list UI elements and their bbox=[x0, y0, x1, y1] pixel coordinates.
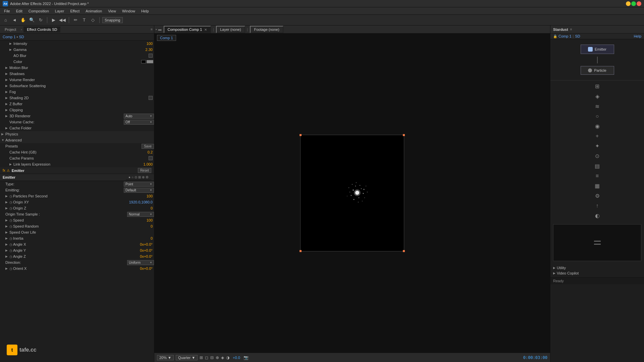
type-tool[interactable]: T bbox=[80, 16, 88, 24]
quality-level: Quarter bbox=[178, 356, 191, 360]
stardust-tool-12[interactable]: ⚙ bbox=[552, 191, 643, 200]
safe-zones[interactable]: ⊟ bbox=[210, 355, 214, 360]
hand-tool[interactable]: ✋ bbox=[19, 16, 27, 24]
shading-2d-checkbox[interactable] bbox=[149, 96, 153, 100]
close-button[interactable] bbox=[637, 1, 641, 6]
type-dropdown[interactable]: Point ▼ bbox=[124, 182, 154, 187]
stopwatch-origin-z[interactable]: ◷ bbox=[9, 206, 12, 210]
menu-file[interactable]: File bbox=[1, 8, 13, 14]
panel-menu-icon[interactable]: ≡ bbox=[151, 27, 153, 31]
3d-view[interactable]: ⊕ bbox=[216, 355, 219, 360]
title-bar: Ae Adobe After Effects 2022 - Untitled P… bbox=[0, 0, 644, 7]
layer-tab[interactable]: Layer (none) bbox=[216, 26, 245, 33]
param-speed: ▶ ◷ Speed 100 bbox=[0, 217, 154, 223]
project-tab[interactable]: Project bbox=[1, 26, 19, 33]
pen-tool[interactable]: ✏ bbox=[72, 16, 79, 24]
toolbar-separator-2 bbox=[69, 17, 69, 23]
emitter-icon-4[interactable]: ⊞ bbox=[138, 175, 141, 179]
stopwatch-orient-x[interactable]: ◷ bbox=[9, 267, 12, 270]
stardust-tool-2[interactable]: ◈ bbox=[552, 92, 643, 101]
footage-tab[interactable]: Footage (none) bbox=[250, 26, 283, 33]
menu-help[interactable]: Help bbox=[139, 8, 152, 14]
emitter-icon-2[interactable]: ○ bbox=[131, 175, 133, 179]
sd-comp1[interactable]: Comp 1 bbox=[558, 34, 572, 38]
ao-blur-checkbox[interactable] bbox=[149, 54, 153, 58]
stopwatch-inertia[interactable]: ◷ bbox=[9, 237, 12, 240]
emitter-icon-1[interactable]: ● bbox=[128, 175, 130, 179]
stardust-tool-11[interactable]: ▦ bbox=[552, 181, 643, 190]
menu-effect[interactable]: Effect bbox=[67, 8, 82, 14]
mask-toggle[interactable]: ◻ bbox=[205, 355, 208, 360]
stardust-tool-14[interactable]: ◐ bbox=[552, 211, 643, 220]
comp-view-tab[interactable]: Comp 1 bbox=[157, 35, 176, 41]
stopwatch-angle-z[interactable]: ◷ bbox=[9, 255, 12, 258]
stardust-tool-7[interactable]: ✦ bbox=[552, 141, 643, 150]
stardust-tool-3[interactable]: ≋ bbox=[552, 102, 643, 111]
menu-view[interactable]: View bbox=[105, 8, 119, 14]
emitter-icon-3[interactable]: ⊙ bbox=[135, 175, 137, 179]
svg-point-4 bbox=[363, 193, 364, 194]
stardust-tool-9[interactable]: ▤ bbox=[552, 162, 643, 171]
rotate-tool[interactable]: ↻ bbox=[37, 16, 44, 24]
param-inertia: ▶ ◷ Inertia 0 bbox=[0, 235, 154, 241]
play-button[interactable]: ▶ bbox=[50, 16, 57, 24]
stardust-tool-1[interactable]: ⊞ bbox=[552, 82, 643, 91]
prev-frame[interactable]: ◀◀ bbox=[59, 16, 66, 24]
stopwatch-origin-xy[interactable]: ◷ bbox=[9, 200, 12, 204]
stardust-tool-10[interactable]: ≡ bbox=[552, 172, 643, 180]
zoom-dropdown[interactable]: 20% ▼ bbox=[157, 355, 174, 360]
channels[interactable]: ◈ bbox=[221, 355, 224, 360]
stardust-tool-5[interactable]: ◉ bbox=[552, 122, 643, 131]
menu-window[interactable]: Window bbox=[119, 8, 138, 14]
stopwatch-angle-x[interactable]: ◷ bbox=[9, 243, 12, 246]
zoom-tool[interactable]: 🔍 bbox=[28, 16, 36, 24]
direction-dropdown[interactable]: Uniform ▼ bbox=[127, 260, 154, 265]
menu-composition[interactable]: Composition bbox=[26, 8, 52, 14]
stopwatch-pps[interactable]: ◷ bbox=[9, 194, 12, 198]
particle-node[interactable]: Particle bbox=[581, 66, 614, 75]
maximize-button[interactable] bbox=[631, 1, 636, 6]
snapshot[interactable]: 📷 bbox=[244, 355, 249, 360]
window-controls[interactable] bbox=[626, 1, 641, 6]
stopwatch-speed-random[interactable]: ◷ bbox=[9, 225, 12, 228]
shape-tool[interactable]: ◇ bbox=[89, 16, 97, 24]
stopwatch-speed[interactable]: ◷ bbox=[9, 219, 12, 222]
stardust-menu-icon[interactable]: ≡ bbox=[570, 27, 572, 31]
sd-menu-utility[interactable]: ▶ Utility bbox=[553, 265, 641, 270]
emitter-reset-button[interactable]: Reset bbox=[138, 168, 151, 173]
effect-controls-tab[interactable]: Effect Controls SD bbox=[23, 26, 60, 33]
comp-tab-close[interactable]: ✕ bbox=[204, 28, 207, 32]
param-emitting: Emitting: Default ▼ bbox=[0, 187, 154, 193]
sd-label[interactable]: SD bbox=[575, 34, 580, 38]
snapping-toggle[interactable]: Snapping bbox=[102, 17, 123, 23]
menu-layer[interactable]: Layer bbox=[52, 8, 67, 14]
minimize-button[interactable] bbox=[626, 1, 631, 6]
emitter-icon-6[interactable]: ⚙ bbox=[146, 175, 149, 179]
grid-toggle[interactable]: ⊞ bbox=[200, 355, 203, 360]
color-swatch-gray[interactable] bbox=[147, 60, 153, 63]
color-swatch-black[interactable] bbox=[141, 60, 146, 63]
stardust-tool-8[interactable]: ⊙ bbox=[552, 152, 643, 161]
stardust-tool-4[interactable]: ○ bbox=[552, 112, 643, 121]
quality-dropdown[interactable]: Quarter ▼ bbox=[176, 355, 198, 360]
emitter-icon-5[interactable]: ⊕ bbox=[142, 175, 145, 179]
sd-menu-video-copilot[interactable]: ▶ Video Copilot bbox=[553, 270, 641, 276]
origin-time-sample-dropdown[interactable]: Normal ▼ bbox=[127, 212, 154, 217]
emitting-dropdown[interactable]: Default ▼ bbox=[124, 188, 154, 193]
stopwatch-angle-y[interactable]: ◷ bbox=[9, 249, 12, 252]
composition-tab[interactable]: Composition Comp 1 ✕ bbox=[164, 26, 211, 33]
menu-animation[interactable]: Animation bbox=[83, 8, 105, 14]
cache-params-checkbox[interactable] bbox=[149, 156, 153, 160]
help-button[interactable]: Help bbox=[634, 34, 641, 38]
stardust-tool-13[interactable]: ↑ bbox=[552, 201, 643, 210]
back-button[interactable]: ◄ bbox=[11, 16, 18, 24]
emitter-node[interactable]: ⋮⋮ Emitter bbox=[581, 45, 614, 54]
menu-edit[interactable]: Edit bbox=[13, 8, 25, 14]
color-manage[interactable]: ◑ bbox=[226, 355, 229, 360]
renderer-dropdown[interactable]: Auto ▼ bbox=[124, 114, 154, 119]
volume-cache-dropdown[interactable]: Off ▼ bbox=[124, 120, 154, 125]
home-button[interactable]: ⌂ bbox=[2, 16, 9, 24]
param-ao-blur: AO Blur bbox=[0, 53, 154, 59]
stardust-tool-6[interactable]: + bbox=[552, 132, 643, 140]
save-preset-button[interactable]: Save bbox=[142, 144, 154, 149]
